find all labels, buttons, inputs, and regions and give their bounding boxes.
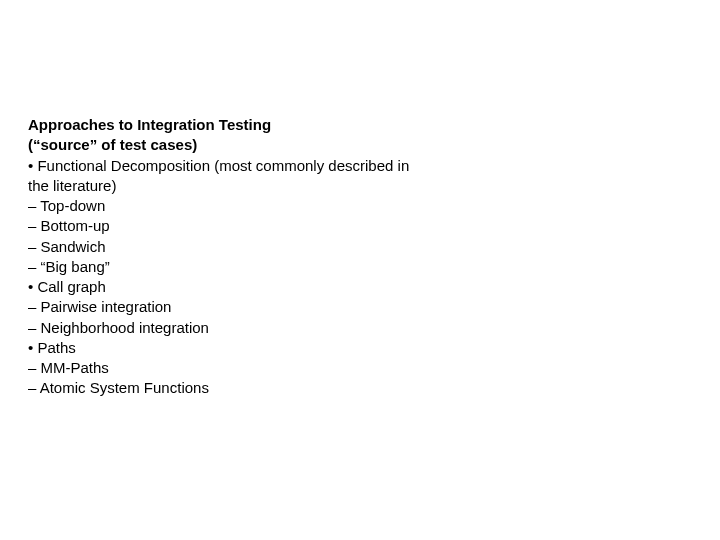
body-line: – Bottom-up	[28, 216, 680, 236]
slide-title: Approaches to Integration Testing	[28, 115, 680, 135]
body-line: – “Big bang”	[28, 257, 680, 277]
slide-subtitle: (“source” of test cases)	[28, 135, 680, 155]
body-line: the literature)	[28, 176, 680, 196]
body-line: – Neighborhood integration	[28, 318, 680, 338]
body-line: • Paths	[28, 338, 680, 358]
body-line: • Call graph	[28, 277, 680, 297]
body-line: – Atomic System Functions	[28, 378, 680, 398]
body-line: – Sandwich	[28, 237, 680, 257]
body-line: – Pairwise integration	[28, 297, 680, 317]
body-line: – Top-down	[28, 196, 680, 216]
body-line: • Functional Decomposition (most commonl…	[28, 156, 680, 176]
slide: Approaches to Integration Testing (“sour…	[0, 0, 720, 540]
body-line: – MM-Paths	[28, 358, 680, 378]
